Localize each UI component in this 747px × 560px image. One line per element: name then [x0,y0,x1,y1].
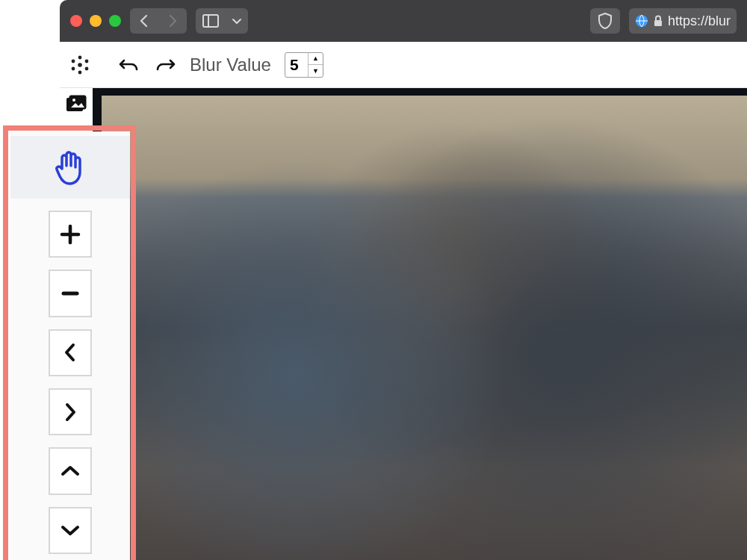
svg-rect-0 [203,15,218,27]
undo-redo-group [118,57,176,72]
tool-palette [10,131,130,560]
image-canvas-area[interactable] [93,88,747,560]
pan-down-button[interactable] [49,507,92,554]
back-button[interactable] [130,8,158,34]
app-toolbar: Blur Value ▲ ▼ [60,42,747,88]
svg-point-8 [72,66,75,70]
svg-point-6 [85,59,89,63]
lock-icon [653,15,663,27]
pan-right-button[interactable] [49,388,92,435]
svg-point-9 [85,66,89,70]
blur-value-label: Blur Value [190,55,271,75]
forward-button[interactable] [158,8,187,34]
image-mode-icon[interactable] [61,88,91,119]
minimize-window-button[interactable] [90,15,102,27]
address-bar[interactable]: https://blur [629,8,737,34]
globe-icon [635,14,648,28]
svg-point-14 [72,99,75,102]
blur-stepper-up[interactable]: ▲ [309,52,323,65]
blur-value-input[interactable] [285,56,308,74]
window-controls [70,15,121,27]
svg-point-5 [72,59,75,63]
blur-value-field[interactable]: ▲ ▼ [285,52,323,78]
undo-button[interactable] [118,57,139,72]
pan-up-button[interactable] [49,447,92,494]
svg-point-4 [78,55,82,59]
browser-titlebar: https://blur [60,0,747,42]
nav-button-group [130,8,187,34]
svg-rect-3 [654,20,662,26]
svg-point-7 [78,63,82,67]
app-logo-icon[interactable] [66,51,94,79]
zoom-out-button[interactable] [49,270,92,317]
privacy-shield-button[interactable] [590,8,620,34]
sidebar-toggle-group [196,8,248,34]
canvas-image [102,96,747,560]
url-text: https://blur [668,13,731,29]
zoom-in-button[interactable] [49,211,92,258]
svg-point-10 [78,70,82,74]
left-mode-strip [60,88,93,119]
hand-tool-button[interactable] [10,136,130,199]
close-window-button[interactable] [70,15,82,27]
blur-value-stepper: ▲ ▼ [308,52,323,78]
pan-left-button[interactable] [49,329,92,376]
sidebar-toggle-button[interactable] [196,14,226,28]
redo-button[interactable] [155,57,176,72]
blur-stepper-down[interactable]: ▼ [309,65,323,78]
sidebar-menu-dropdown[interactable] [226,17,248,25]
maximize-window-button[interactable] [109,15,121,27]
